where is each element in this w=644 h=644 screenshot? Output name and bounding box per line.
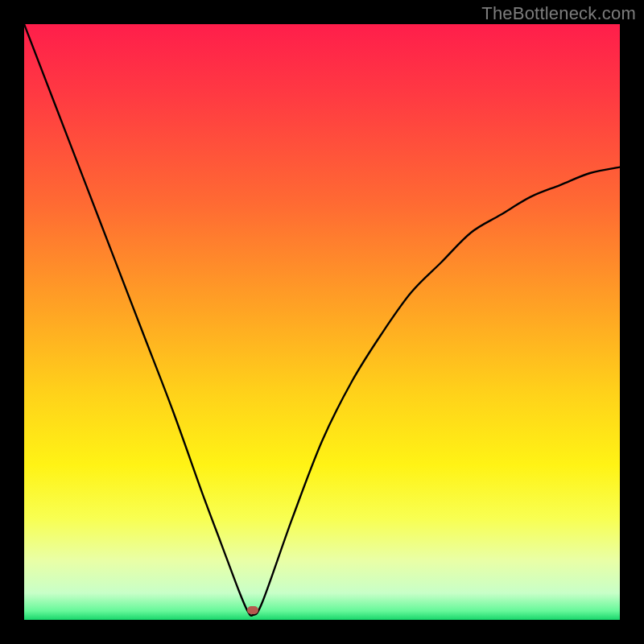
bottleneck-curve [24,24,620,620]
optimal-point-marker [247,606,258,614]
watermark-text: TheBottleneck.com [481,3,636,24]
plot-area [24,24,620,620]
chart-frame: TheBottleneck.com [0,0,644,644]
